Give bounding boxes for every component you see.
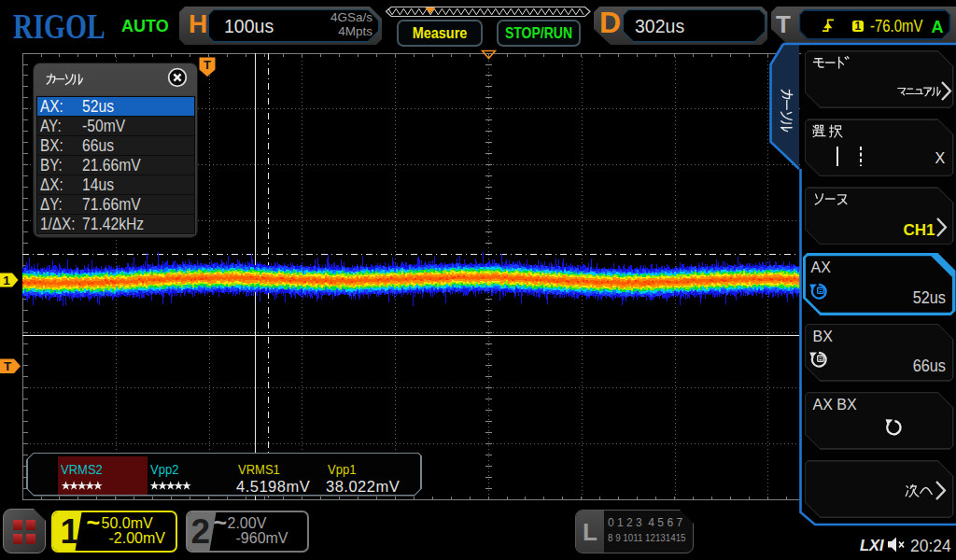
svg-text:T: T	[204, 58, 211, 72]
svg-text:1: 1	[3, 273, 10, 287]
svg-text:T: T	[4, 359, 12, 373]
